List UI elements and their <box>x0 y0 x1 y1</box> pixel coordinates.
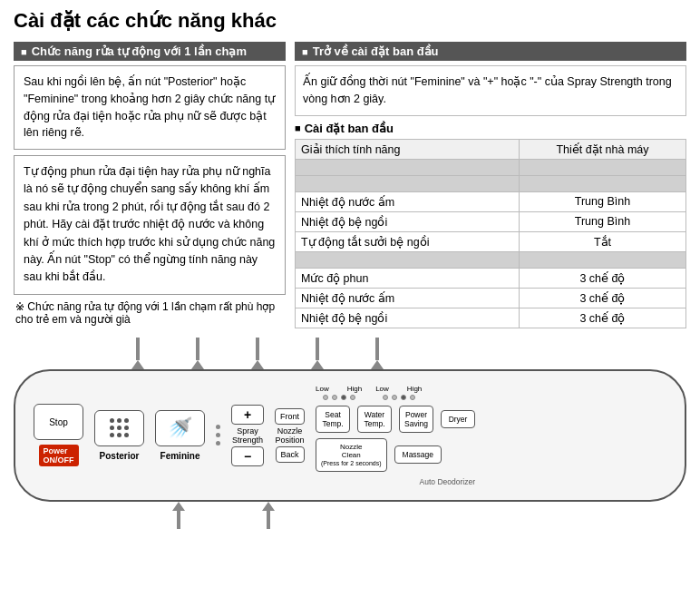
control-panel-area: Stop Power ON/OFF <box>14 338 686 529</box>
bottom-info-box: Tự động phun rửa đại tiện hay rửa phụ nữ… <box>14 155 286 295</box>
arrow-up-spray-minus <box>262 502 275 529</box>
arrow-down-feminine <box>251 338 264 369</box>
seat-temp-dots <box>323 395 355 400</box>
nozzle-label: NozzlePosition <box>275 426 304 445</box>
massage-button[interactable]: Massage <box>394 445 442 464</box>
seat-temp-button[interactable]: SeatTemp. <box>316 406 350 433</box>
spray-strength-group: + SprayStrength − <box>231 405 264 466</box>
arrow-down-stop <box>131 338 144 369</box>
right-buttons-row: SeatTemp. WaterTemp. PowerSaving Dryer <box>316 406 475 433</box>
table-row <box>296 251 686 268</box>
seat-temp-indicator: Low High <box>316 385 362 400</box>
low-label: Low <box>316 385 329 393</box>
table-row: Nhiệt độ bệ ngồi 3 chế độ <box>296 308 686 328</box>
top-info-box: Sau khi ngồi lên bệ, ấn nút "Posterior" … <box>14 65 286 150</box>
bottom-buttons-row: NozzleClean(Press for 2 seconds) Massage <box>316 438 475 472</box>
dryer-button[interactable]: Dryer <box>441 410 475 428</box>
nozzle-back-button[interactable]: Back <box>276 446 305 463</box>
sub-section-header: Cài đặt ban đầu <box>295 122 686 135</box>
arrow-down-spray2 <box>371 338 384 369</box>
water-temp-dots <box>383 395 415 400</box>
nozzle-front-button[interactable]: Front <box>275 408 305 425</box>
table-row: Mức độ phun 3 chế độ <box>296 268 686 288</box>
water-temp-button[interactable]: WaterTemp. <box>357 406 392 433</box>
indicator-row-top: Low High Low High <box>316 385 475 400</box>
spray-dots-indicator <box>216 425 220 445</box>
page-title: Cài đặt các chức năng khác <box>14 9 686 33</box>
col-header-feature: Giải thích tính năng <box>296 139 520 159</box>
arrow-down-posterior <box>191 338 204 369</box>
right-column: Trở về cài đặt ban đầu Ấn giữ đồng thời … <box>295 42 686 328</box>
power-label: Power <box>44 446 68 455</box>
stop-power-group: Stop Power ON/OFF <box>34 404 83 466</box>
posterior-label: Posterior <box>100 451 140 461</box>
spray-minus-button[interactable]: − <box>231 446 264 466</box>
person-icon: 🚿 <box>168 418 192 438</box>
posterior-button[interactable] <box>94 410 144 446</box>
stop-button[interactable]: Stop <box>34 404 83 440</box>
table-row: Tự động tắt sưởi bệ ngồi Tắt <box>296 231 686 251</box>
table-row: Nhiệt độ nước ấm Trung Bình <box>296 191 686 211</box>
auto-deodorizer-label: Auto Deodorizer <box>316 477 475 486</box>
nozzle-clean-button[interactable]: NozzleClean(Press for 2 seconds) <box>316 438 387 472</box>
feminine-label: Feminine <box>160 451 200 461</box>
settings-table: Giải thích tính năng Thiết đặt nhà máy N… <box>295 139 686 328</box>
table-row: Nhiệt độ bệ ngồi Trung Bình <box>296 211 686 231</box>
feminine-button[interactable]: 🚿 <box>155 410 205 446</box>
high-label: High <box>347 385 362 393</box>
arrow-down-spray <box>311 338 324 369</box>
dots-icon <box>110 418 130 438</box>
left-section-header: Chức năng rửa tự động với 1 lần chạm <box>14 42 286 61</box>
nozzle-position-group: Front NozzlePosition Back <box>275 408 305 463</box>
spray-plus-button[interactable]: + <box>231 405 264 425</box>
right-section-header: Trở về cài đặt ban đầu <box>295 42 686 61</box>
spray-label: SprayStrength <box>232 426 263 445</box>
device-panel: Stop Power ON/OFF <box>14 369 686 502</box>
table-row <box>296 175 686 191</box>
arrow-up-spray-plus <box>172 502 185 529</box>
right-panel-section: Low High Low High <box>316 385 475 486</box>
low-label-2: Low <box>375 385 389 393</box>
feminine-group: 🚿 Feminine <box>155 410 205 461</box>
posterior-group: Posterior <box>94 410 144 461</box>
left-column: Chức năng rửa tự động với 1 lần chạm Sau… <box>14 42 286 328</box>
high-label-2: High <box>407 385 422 393</box>
water-temp-indicator: Low High <box>375 385 422 400</box>
table-row: Nhiệt độ nước ấm 3 chế độ <box>296 288 686 308</box>
power-saving-button[interactable]: PowerSaving <box>399 406 433 433</box>
right-instruction-box: Ấn giữ đồng thời nút "Feminine" và "+" h… <box>295 65 686 116</box>
stop-label: Stop <box>49 417 68 427</box>
table-row <box>296 159 686 175</box>
col-header-factory: Thiết đặt nhà máy <box>519 139 685 159</box>
power-button[interactable]: Power ON/OFF <box>39 445 79 466</box>
power-onoff: ON/OFF <box>44 455 74 465</box>
note-text: ※ Chức năng rửa tự động với 1 lần chạm r… <box>14 300 286 326</box>
